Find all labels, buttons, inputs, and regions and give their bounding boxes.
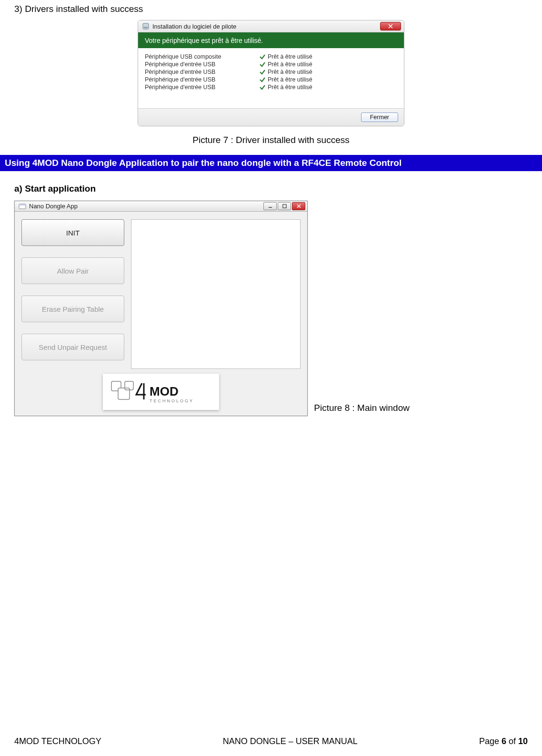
- close-button[interactable]: [380, 22, 401, 31]
- installer-icon: [142, 22, 150, 30]
- svg-text:MOD: MOD: [150, 384, 179, 398]
- device-status: Prêt à être utilisé: [268, 76, 312, 83]
- step-heading: 3) Drivers installed with success: [14, 0, 528, 14]
- device-name: Périphérique d'entrée USB: [145, 76, 259, 83]
- subheading: a) Start application: [14, 184, 528, 194]
- check-icon: [259, 69, 266, 75]
- dialog-titlebar: Installation du logiciel de pilote: [138, 20, 404, 32]
- footer-doc-title: NANO DONGLE – USER MANUAL: [223, 736, 358, 746]
- device-list: Périphérique USB composite Prêt à être u…: [138, 48, 404, 108]
- device-row: Périphérique d'entrée USB Prêt à être ut…: [145, 68, 397, 76]
- device-status: Prêt à être utilisé: [268, 84, 312, 91]
- company-logo: MOD TECHNOLOGY: [103, 374, 219, 410]
- init-button[interactable]: INIT: [21, 219, 124, 246]
- allow-pair-button[interactable]: Allow Pair: [21, 257, 124, 284]
- log-output: [131, 219, 301, 369]
- minimize-button[interactable]: [263, 202, 277, 210]
- device-status: Prêt à être utilisé: [268, 69, 312, 75]
- check-icon: [259, 76, 266, 83]
- app-titlebar: Nano Dongle App: [15, 201, 307, 212]
- fermer-button[interactable]: Fermer: [361, 112, 398, 122]
- device-row: Périphérique d'entrée USB Prêt à être ut…: [145, 83, 397, 91]
- device-name: Périphérique d'entrée USB: [145, 61, 259, 68]
- driver-install-dialog: Installation du logiciel de pilote Votre…: [138, 20, 404, 126]
- page-footer: 4MOD TECHNOLOGY NANO DONGLE – USER MANUA…: [14, 736, 528, 746]
- erase-pairing-table-button[interactable]: Erase Pairing Table: [21, 296, 124, 322]
- send-unpair-request-button[interactable]: Send Unpair Request: [21, 334, 124, 360]
- device-status: Prêt à être utilisé: [268, 61, 312, 68]
- svg-text:TECHNOLOGY: TECHNOLOGY: [150, 398, 194, 403]
- device-row: Périphérique d'entrée USB Prêt à être ut…: [145, 61, 397, 68]
- footer-company: 4MOD TECHNOLOGY: [14, 736, 101, 746]
- device-name: Périphérique d'entrée USB: [145, 69, 259, 75]
- section-banner: Using 4MOD Nano Dongle Application to pa…: [0, 155, 542, 171]
- svg-rect-3: [19, 204, 26, 205]
- dialog-footer: Fermer: [138, 108, 404, 126]
- figure-caption: Picture 7 : Driver installed with succes…: [14, 135, 528, 145]
- success-banner: Votre périphérique est prêt à être utili…: [138, 32, 404, 48]
- device-status: Prêt à être utilisé: [268, 53, 312, 60]
- nano-dongle-app-window: Nano Dongle App INIT Allow Pair Erase Pa…: [14, 201, 308, 416]
- svg-rect-4: [282, 204, 286, 208]
- device-name: Périphérique USB composite: [145, 53, 259, 60]
- logo-row: MOD TECHNOLOGY: [15, 374, 307, 416]
- device-row: Périphérique d'entrée USB Prêt à être ut…: [145, 76, 397, 83]
- device-row: Périphérique USB composite Prêt à être u…: [145, 53, 397, 61]
- maximize-button[interactable]: [278, 202, 291, 210]
- svg-rect-1: [144, 27, 148, 28]
- app-title: Nano Dongle App: [29, 203, 263, 210]
- check-icon: [259, 61, 266, 68]
- device-name: Périphérique d'entrée USB: [145, 84, 259, 91]
- svg-rect-0: [143, 23, 149, 29]
- app-close-button[interactable]: [292, 202, 305, 210]
- footer-page: Page 6 of 10: [479, 736, 528, 746]
- check-icon: [259, 84, 266, 91]
- dialog-title: Installation du logiciel de pilote: [152, 23, 380, 30]
- app-icon: [19, 203, 26, 210]
- check-icon: [259, 53, 266, 60]
- figure-caption: Picture 8 : Main window: [314, 403, 410, 416]
